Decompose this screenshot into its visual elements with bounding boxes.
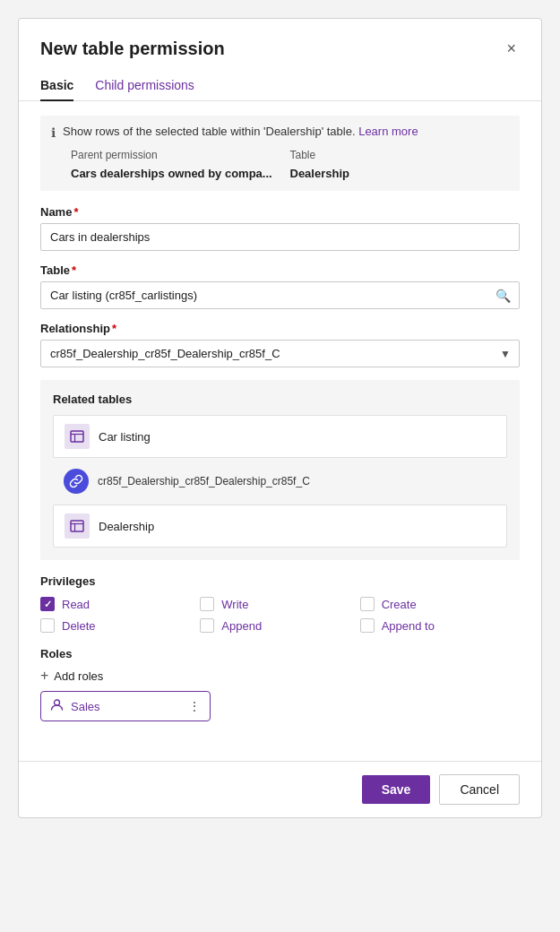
info-icon: ℹ [51, 125, 56, 140]
name-input[interactable] [40, 223, 520, 251]
tab-bar: Basic Child permissions [19, 71, 541, 101]
link-icon [64, 469, 89, 494]
dialog-body: ℹ Show rows of the selected table within… [19, 101, 541, 761]
related-item-dealership: Dealership [53, 505, 507, 548]
privilege-append-label: Append [221, 619, 262, 633]
svg-rect-3 [71, 521, 83, 531]
checkbox-append[interactable] [200, 618, 214, 633]
tab-child-permissions[interactable]: Child permissions [95, 71, 194, 101]
table-label: Table* [40, 263, 520, 277]
privilege-delete-label: Delete [62, 619, 96, 633]
cancel-button[interactable]: Cancel [439, 774, 520, 805]
parent-permission-header: Parent permission [71, 147, 290, 163]
dialog-footer: Save Cancel [19, 761, 541, 817]
role-label: Sales [71, 700, 100, 713]
parent-permission-value: Cars dealerships owned by compa... [71, 165, 290, 182]
related-item-label-link: cr85f_Dealership_cr85f_Dealership_cr85f_… [98, 475, 310, 488]
table-value: Dealership [290, 165, 510, 182]
info-table: Parent permission Table Cars dealerships… [71, 147, 509, 182]
privileges-title: Privileges [40, 574, 520, 588]
relationship-select-wrapper: cr85f_Dealership_cr85f_Dealership_cr85f_… [40, 340, 520, 367]
related-tables-title: Related tables [53, 393, 507, 406]
privilege-append: Append [200, 618, 359, 633]
related-item-label-dealership: Dealership [99, 520, 154, 533]
checkbox-write[interactable] [200, 597, 214, 611]
add-roles-label: Add roles [54, 669, 103, 683]
role-tag-sales: Sales ⋮ [40, 691, 211, 721]
checkbox-delete[interactable] [40, 618, 55, 633]
relationship-field-group: Relationship* cr85f_Dealership_cr85f_Dea… [40, 322, 520, 367]
person-icon [50, 698, 64, 714]
privilege-create-label: Create [382, 598, 417, 611]
table-icon-dealership [65, 513, 90, 539]
dialog-title: New table permission [40, 39, 225, 59]
roles-title: Roles [40, 647, 520, 660]
role-tag-left: Sales [50, 698, 100, 714]
related-tables-box: Related tables Car listing [40, 380, 520, 560]
table-search-wrapper: 🔍 [40, 281, 520, 309]
checkbox-read[interactable] [40, 597, 55, 611]
roles-section: Roles + Add roles Sales ⋮ [40, 647, 520, 721]
checkbox-create[interactable] [360, 597, 375, 611]
checkbox-append-to[interactable] [360, 618, 375, 633]
info-banner: ℹ Show rows of the selected table within… [40, 116, 520, 191]
privileges-section: Privileges Read Write Create Delete [40, 574, 520, 633]
tab-basic[interactable]: Basic [40, 71, 73, 101]
name-label: Name* [40, 205, 520, 219]
privilege-append-to: Append to [360, 618, 520, 633]
privilege-append-to-label: Append to [382, 619, 435, 633]
info-banner-top: ℹ Show rows of the selected table within… [51, 125, 509, 140]
info-banner-text: Show rows of the selected table within '… [63, 125, 418, 138]
privilege-read: Read [40, 597, 200, 611]
table-input[interactable] [40, 281, 520, 309]
add-roles-button[interactable]: + Add roles [40, 668, 103, 684]
privileges-grid: Read Write Create Delete Append [40, 597, 520, 633]
privilege-create: Create [360, 597, 520, 611]
name-field-group: Name* [40, 205, 520, 251]
svg-point-6 [55, 700, 60, 705]
privilege-delete: Delete [40, 618, 200, 633]
table-icon-car-listing [65, 424, 90, 449]
related-item-link: cr85f_Dealership_cr85f_Dealership_cr85f_… [53, 463, 507, 499]
related-item-label-car-listing: Car listing [99, 430, 151, 444]
new-table-permission-dialog: New table permission × Basic Child permi… [18, 18, 542, 818]
related-item-car-listing: Car listing [53, 415, 507, 458]
svg-rect-0 [71, 431, 83, 442]
privilege-write: Write [200, 597, 359, 611]
role-options-icon[interactable]: ⋮ [188, 699, 201, 713]
dialog-header: New table permission × [19, 19, 541, 71]
table-field-group: Table* 🔍 [40, 263, 520, 309]
plus-icon: + [40, 668, 48, 684]
table-header: Table [290, 147, 510, 163]
privilege-write-label: Write [221, 598, 248, 611]
learn-more-link[interactable]: Learn more [358, 125, 418, 138]
relationship-label: Relationship* [40, 322, 520, 335]
close-button[interactable]: × [503, 37, 520, 60]
save-button[interactable]: Save [362, 775, 431, 804]
privilege-read-label: Read [62, 598, 90, 611]
relationship-select[interactable]: cr85f_Dealership_cr85f_Dealership_cr85f_… [40, 340, 520, 367]
